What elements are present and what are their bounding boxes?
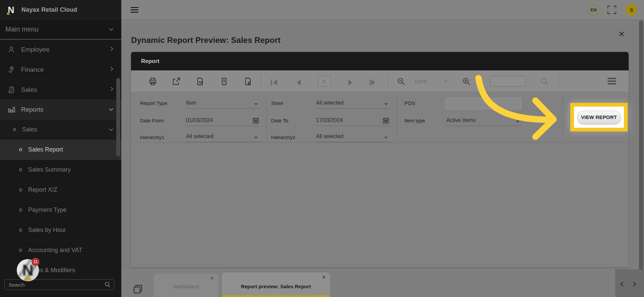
toolbar-divider (388, 74, 388, 88)
sidebar-item-label: Employee (21, 46, 50, 53)
app-logo-row[interactable]: N Nayax Retail Cloud (0, 0, 121, 20)
report-filters: Report Type Item Store All selected POS … (131, 92, 629, 142)
report-search-input[interactable] (490, 76, 526, 86)
hamburger-menu-icon[interactable] (131, 7, 138, 13)
sidebar-item-accounting-vat[interactable]: Accounting and VAT (0, 240, 121, 260)
page-number-input[interactable] (318, 76, 331, 86)
report-toolbar: 100% (131, 70, 629, 92)
toolbar-menu-icon[interactable] (607, 78, 616, 84)
toolbar-divider (261, 74, 261, 88)
filter-divider (266, 94, 267, 140)
chevron-down-icon (254, 103, 258, 105)
export-file-icon[interactable] (196, 77, 204, 86)
sidebar-item-payment-type[interactable]: Payment Type (0, 200, 121, 220)
bullet-icon (13, 128, 16, 131)
fullscreen-icon[interactable] (607, 5, 617, 14)
sidebar-item-reports-sales[interactable]: Sales (0, 120, 121, 140)
hierarchy2-dropdown[interactable]: All selected (315, 132, 390, 142)
sidebar-item-report-xz[interactable]: Report X/Z (0, 180, 121, 200)
date-to-field[interactable]: 17/03/2024 (315, 116, 390, 126)
toolbar-divider (479, 74, 480, 88)
print-icon[interactable] (148, 77, 157, 86)
view-report-button[interactable]: VIEW REPORT (577, 111, 621, 124)
topbar: EN S (121, 0, 644, 20)
tab-dashboard[interactable]: Dashboard ✕ (154, 274, 218, 297)
report-panel-header: Report (131, 52, 629, 70)
last-page-icon[interactable] (370, 78, 378, 87)
sidebar-item-label: Reports (21, 106, 44, 113)
next-page-icon[interactable] (346, 78, 355, 87)
nayax-logo-icon: N (6, 5, 16, 15)
chevron-down-icon (384, 103, 388, 105)
sidebar: N Nayax Retail Cloud Main menu Employee … (0, 0, 121, 297)
sidebar-item-sales-by-hour[interactable]: Sales by Hour (0, 220, 121, 240)
item-type-value: Active Items (446, 117, 475, 123)
sidebar-item-sales-report[interactable]: Sales Report (0, 140, 121, 160)
hierarchy1-dropdown[interactable]: All selected (185, 132, 260, 142)
chevron-right-icon (109, 47, 113, 51)
filter-divider (397, 94, 397, 140)
previous-page-icon[interactable] (295, 78, 303, 87)
sidebar-item-employee[interactable]: Employee (0, 40, 121, 60)
sidebar-item-label: Sales Summary (28, 166, 71, 173)
notification-badge: 11 (31, 258, 40, 266)
report-panel: Report 100% (131, 52, 629, 267)
pos-input[interactable] (446, 98, 521, 109)
page-title: Dynamic Report Preview: Sales Report (131, 36, 280, 45)
share-export-icon[interactable] (172, 77, 181, 86)
sidebar-item-label: Sales Report (28, 146, 63, 153)
zoom-out-icon[interactable] (397, 77, 405, 86)
app-root: N Nayax Retail Cloud Main menu Employee … (0, 0, 644, 297)
search-input[interactable] (8, 282, 104, 288)
sidebar-search[interactable] (4, 279, 114, 290)
close-icon[interactable]: ✕ (618, 30, 625, 38)
report-type-value: Item (186, 100, 196, 106)
main-menu-label: Main menu (5, 25, 39, 33)
report-type-dropdown[interactable]: Item (185, 99, 260, 109)
calendar-icon (253, 117, 259, 124)
close-icon[interactable]: ✕ (210, 276, 214, 281)
zoom-level-label: 100% (414, 78, 435, 84)
sidebar-item-reports[interactable]: Reports (0, 100, 121, 120)
main-menu-header[interactable]: Main menu (0, 20, 121, 40)
zoom-in-icon[interactable] (462, 77, 471, 86)
filter-label-item-type: Item type (404, 118, 425, 123)
bullet-icon (19, 249, 22, 252)
filter-label-report-type: Report Type (140, 100, 167, 106)
chevron-left-icon[interactable] (621, 282, 625, 287)
tutorial-highlight-box: VIEW REPORT (570, 103, 628, 131)
sidebar-item-label: Report X/Z (28, 186, 57, 193)
sales-icon: $ (7, 85, 16, 94)
bullet-icon (19, 188, 22, 191)
chevron-down-icon[interactable] (444, 80, 448, 82)
bullet-icon (19, 168, 22, 171)
search-icon[interactable] (540, 77, 549, 86)
chevron-down-icon (384, 137, 388, 139)
page-scrollbar[interactable] (639, 20, 643, 270)
language-label: EN (590, 7, 596, 12)
sidebar-item-sales-summary[interactable]: Sales Summary (0, 160, 121, 180)
store-value: All selected (316, 100, 343, 106)
sidebar-item-sales[interactable]: $ Sales (0, 80, 121, 100)
sidebar-scrollbar[interactable] (116, 78, 120, 157)
page-setup-icon[interactable] (244, 77, 252, 86)
date-from-field[interactable]: 01/03/2024 (185, 116, 260, 126)
first-page-icon[interactable] (270, 78, 279, 87)
tab-report-preview[interactable]: Report preview: Sales Report ✕ (222, 273, 330, 297)
tab-navigation (615, 269, 644, 297)
sidebar-item-label: Finance (21, 66, 44, 73)
close-icon[interactable]: ✕ (322, 275, 326, 280)
language-selector[interactable]: EN (588, 4, 599, 16)
search-icon (104, 281, 111, 288)
store-dropdown[interactable]: All selected (315, 99, 390, 109)
sidebar-item-label: Payment Type (28, 206, 67, 214)
item-type-dropdown[interactable]: Active Items (446, 116, 521, 126)
tab-label: Dashboard (154, 284, 218, 289)
document-icon[interactable] (220, 77, 229, 86)
employee-icon (7, 45, 16, 54)
sidebar-item-finance[interactable]: Finance (0, 60, 121, 80)
chevron-right-icon[interactable] (631, 282, 636, 287)
windows-overview-icon[interactable] (133, 284, 143, 294)
user-avatar[interactable]: S (626, 4, 637, 16)
tab-label: Report preview: Sales Report (222, 284, 330, 289)
